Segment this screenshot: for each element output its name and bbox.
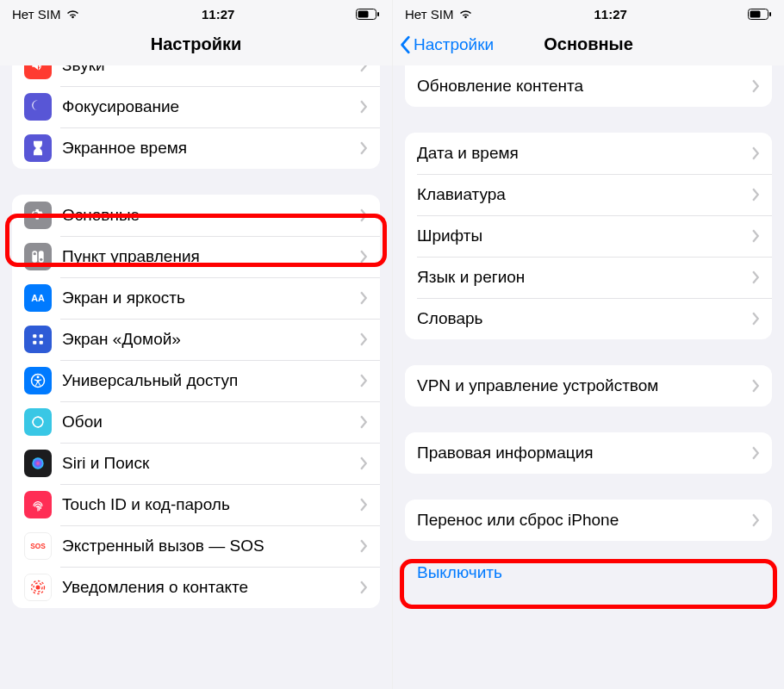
svg-rect-10 [33, 341, 36, 344]
row-fonts[interactable]: Шрифты [405, 215, 772, 257]
row-label: Клавиатура [417, 185, 752, 204]
row-vpn[interactable]: VPN и управление устройством [405, 365, 772, 407]
row-label: Звуки [62, 65, 360, 75]
chevron-icon [752, 379, 760, 393]
phone-general: Нет SIM 11:27 Настройки Основные Обновле… [392, 0, 784, 689]
chevron-icon [752, 446, 760, 460]
status-bar: Нет SIM 11:27 [393, 0, 784, 24]
svg-text:AA: AA [31, 293, 45, 303]
row-label: Основные [62, 206, 360, 225]
accessibility-icon [24, 367, 52, 394]
chevron-icon [752, 270, 760, 284]
page-title: Основные [544, 34, 633, 54]
chevron-icon [752, 229, 760, 243]
row-transfer-reset[interactable]: Перенос или сброс iPhone [405, 500, 772, 541]
touchid-icon [24, 491, 52, 518]
row-background-refresh[interactable]: Обновление контента [405, 65, 772, 107]
settings-list[interactable]: Звуки Фокусирование Экранное время Основ… [0, 65, 392, 689]
row-label: Пункт управления [62, 247, 360, 266]
row-keyboard[interactable]: Клавиатура [405, 174, 772, 215]
svg-rect-2 [377, 12, 379, 16]
row-siri[interactable]: Siri и Поиск [12, 443, 380, 484]
row-label: Правовая информация [417, 444, 752, 462]
carrier-label: Нет SIM [12, 7, 60, 22]
row-screentime[interactable]: Экранное время [12, 127, 380, 169]
status-time: 11:27 [202, 7, 234, 22]
row-label: Экран и яркость [62, 289, 360, 307]
chevron-icon [752, 312, 760, 326]
row-touchid[interactable]: Touch ID и код-пароль [12, 484, 380, 525]
page-title: Настройки [151, 34, 242, 54]
status-time: 11:27 [594, 7, 627, 22]
chevron-icon [360, 100, 368, 114]
row-label: Экранное время [62, 139, 360, 158]
display-icon: AA [24, 284, 52, 312]
svg-point-6 [40, 258, 42, 261]
svg-point-17 [36, 586, 40, 590]
exposure-icon [24, 574, 52, 601]
row-label: Siri и Поиск [62, 454, 360, 473]
row-label: Фокусирование [62, 97, 360, 116]
row-focus[interactable]: Фокусирование [12, 86, 380, 127]
status-bar: Нет SIM 11:27 [0, 0, 392, 24]
chevron-icon [752, 79, 760, 93]
chevron-icon [752, 146, 760, 160]
row-display[interactable]: AA Экран и яркость [12, 277, 380, 319]
row-home-screen[interactable]: Экран «Домой» [12, 319, 380, 360]
row-dictionary[interactable]: Словарь [405, 298, 772, 339]
wifi-icon [458, 9, 473, 20]
row-label: Универсальный доступ [62, 371, 360, 390]
row-label: Словарь [417, 309, 752, 328]
chevron-icon [360, 456, 368, 470]
row-label: Перенос или сброс iPhone [417, 511, 752, 530]
svg-rect-21 [750, 10, 760, 17]
row-wallpaper[interactable]: Обои [12, 401, 380, 443]
shutdown-link[interactable]: Выключить [393, 555, 784, 599]
row-label: Обновление контента [417, 77, 752, 96]
back-label: Настройки [414, 35, 494, 54]
svg-rect-1 [358, 10, 368, 17]
row-label: Экран «Домой» [62, 330, 360, 349]
wifi-icon [65, 9, 80, 20]
chevron-icon [360, 580, 368, 594]
chevron-icon [752, 513, 760, 527]
sos-icon: SOS [24, 532, 52, 560]
sounds-icon [24, 65, 52, 79]
row-accessibility[interactable]: Универсальный доступ [12, 360, 380, 401]
svg-text:SOS: SOS [30, 542, 46, 550]
screentime-icon [24, 134, 52, 162]
nav-bar: Настройки Основные [393, 24, 784, 65]
chevron-icon [360, 291, 368, 305]
phone-settings: Нет SIM 11:27 Настройки Звуки Фокусирова… [0, 0, 392, 689]
row-label: Экстренный вызов — SOS [62, 537, 360, 556]
chevron-icon [360, 332, 368, 346]
row-general[interactable]: Основные [12, 195, 380, 236]
row-sos[interactable]: SOS Экстренный вызов — SOS [12, 525, 380, 567]
chevron-icon [360, 65, 368, 72]
row-legal[interactable]: Правовая информация [405, 432, 772, 474]
row-label: Язык и регион [417, 268, 752, 287]
svg-rect-22 [769, 12, 771, 16]
home-screen-icon [24, 326, 52, 353]
row-exposure[interactable]: Уведомления о контакте [12, 567, 380, 608]
row-label: Уведомления о контакте [62, 578, 360, 597]
row-control-center[interactable]: Пункт управления [12, 236, 380, 277]
back-button[interactable]: Настройки [400, 24, 494, 65]
chevron-icon [752, 188, 760, 202]
shutdown-label: Выключить [417, 563, 502, 581]
svg-rect-9 [40, 334, 43, 338]
row-label: Обои [62, 413, 360, 431]
svg-point-4 [34, 252, 36, 255]
row-language[interactable]: Язык и регион [405, 257, 772, 298]
row-datetime[interactable]: Дата и время [405, 133, 772, 174]
battery-icon [748, 9, 772, 20]
battery-icon [356, 9, 380, 20]
general-icon [24, 202, 52, 229]
chevron-icon [360, 539, 368, 553]
row-label: Touch ID и код-пароль [62, 495, 360, 514]
chevron-icon [360, 141, 368, 155]
row-sounds[interactable]: Звуки [12, 65, 380, 86]
control-center-icon [24, 243, 52, 270]
general-list[interactable]: Обновление контента Дата и время Клавиат… [393, 65, 784, 689]
svg-rect-11 [40, 341, 43, 344]
